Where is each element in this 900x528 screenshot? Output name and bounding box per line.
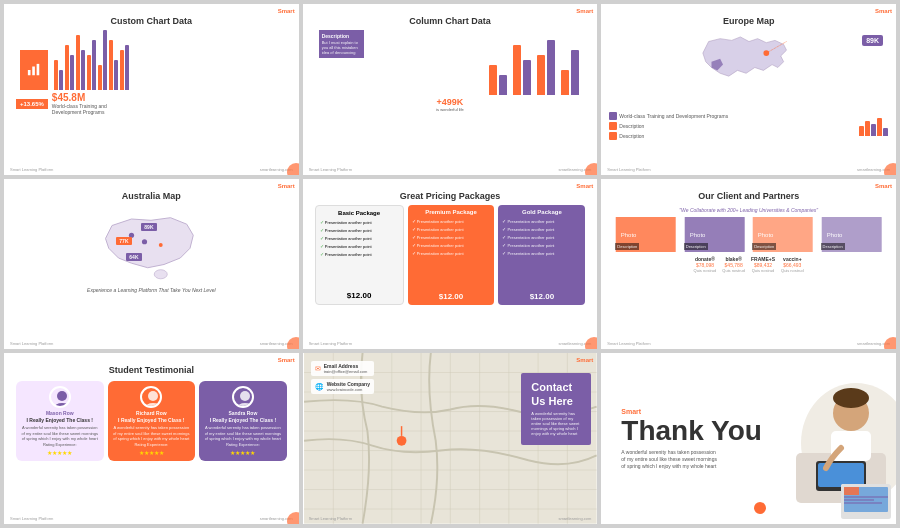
deco-circle-br (884, 163, 896, 175)
slide6-subtitle: "We Collaborate with 200+ Leading Univer… (679, 207, 818, 213)
testimonial-3: Sandra Row I Really Enjoyed The Class ! … (199, 381, 287, 461)
package-basic: Basic Package ✓ Presentation another poi… (315, 205, 404, 305)
desc-box: Description But I must explain to you al… (319, 30, 364, 58)
pkg-premium-price: $12.00 (412, 292, 491, 301)
stat1-badge: +13.65% (16, 99, 48, 109)
smart-badge-5: Smart (576, 183, 593, 189)
smart-badge-8: Smart (576, 357, 593, 363)
avatar-2 (140, 386, 162, 408)
pkg-premium-item2: ✓ Presentation another point (412, 226, 491, 232)
logos-row: donate® $78,098 Quis nostrud blake® $45,… (694, 256, 804, 273)
pkg-basic-item4: ✓ Presentation another point (320, 243, 399, 249)
svg-point-8 (159, 243, 163, 247)
slide-7-footer: Smart Learning Platform smartlearning.co… (4, 516, 299, 521)
svg-text:Photo: Photo (758, 232, 774, 238)
svg-rect-1 (32, 67, 35, 76)
logo-1: donate® $78,098 Quis nostrud (694, 256, 717, 273)
svg-point-41 (396, 436, 406, 446)
svg-text:Photo: Photo (621, 232, 637, 238)
slide-7-title: Student Testimonial (109, 365, 194, 375)
svg-point-5 (155, 269, 168, 278)
slide-1-title: Custom Chart Data (111, 16, 193, 26)
partner-2: Photo Description (682, 217, 747, 252)
footer-left: Smart Learning Platform (309, 516, 352, 521)
pkg-premium-name: Premium Package (412, 209, 491, 215)
testimonial-2-rating: Rating Experience: (134, 442, 168, 447)
device-overlay (841, 484, 891, 519)
smart-badge-2: Smart (576, 8, 593, 14)
footer-left: Smart Learning Platform (607, 341, 650, 346)
partner-2-label: Description (684, 243, 708, 250)
pkg-gold-price: $12.00 (502, 292, 581, 301)
bar-group-5 (98, 30, 107, 90)
logo-2-sub: Quis nostrud (722, 268, 745, 273)
australia-map-container: 89K 77K 64K (86, 205, 216, 285)
avatar-1 (49, 386, 71, 408)
footer-right: smartlearning.com (558, 516, 591, 521)
testimonial-1-title: I Really Enjoyed The Class ! (27, 417, 93, 423)
footer-left: Smart Learning Platform (607, 167, 650, 172)
testimonials-container: Mason Row I Really Enjoyed The Class ! A… (12, 381, 291, 461)
partner-3: Photo Description (750, 217, 815, 252)
stat2-value: $45.8M (52, 92, 132, 103)
device-svg (841, 484, 891, 519)
svg-point-21 (240, 391, 250, 401)
footer-left: Smart Learning Platform (10, 167, 53, 172)
slide-6-footer: Smart Learning Platform smartlearning.co… (601, 341, 896, 346)
website-field: 🌐 Website Company www.braincode.com (311, 379, 374, 394)
smart-badge-7: Smart (278, 357, 295, 363)
logo-2: blake® $45,788 Quis nostrud (722, 256, 745, 273)
testimonial-2-body: A wonderful serenity has taken possessio… (113, 425, 191, 441)
testimonial-1-name: Mason Row (46, 410, 74, 416)
orange-dot-deco (754, 502, 766, 514)
badge-89k: 89K (862, 35, 883, 46)
slide-7: Smart Student Testimonial Mason Row I Re… (4, 353, 299, 524)
thank-you-text: Thank You (621, 417, 762, 445)
logo-3: FRAME+S $89,432 Quis nostrud (751, 256, 775, 273)
footer-left: Smart Learning Platform (309, 167, 352, 172)
pkg-gold-item3: ✓ Presentation another point (502, 234, 581, 240)
svg-rect-51 (844, 487, 859, 495)
testimonial-2-title: I Really Enjoyed The Class ! (118, 417, 184, 423)
europe-map-svg (684, 30, 814, 105)
svg-text:Photo: Photo (689, 232, 705, 238)
contact-title: Contact Us Here (531, 381, 581, 407)
package-premium: Premium Package ✓ Presentation another p… (408, 205, 495, 305)
contact-sub: A wonderful serenity has taken possessio… (531, 411, 581, 437)
slide-8: Smart ✉ Email Address train@office@email… (303, 353, 598, 524)
svg-text:Photo: Photo (826, 232, 842, 238)
slide-6: Smart Our Client and Partners "We Collab… (601, 179, 896, 350)
col-bar-1 (489, 65, 507, 95)
svg-point-18 (54, 403, 70, 408)
svg-point-19 (148, 391, 158, 401)
testimonial-1: Mason Row I Really Enjoyed The Class ! A… (16, 381, 104, 461)
slide2-stat: +499K (437, 97, 464, 107)
slide-5-title: Great Pricing Packages (400, 191, 501, 201)
email-value: train@office@email.com (324, 369, 368, 374)
pkg-premium-item1: ✓ Presentation another point (412, 218, 491, 224)
bar-chart-icon (27, 63, 41, 77)
testimonial-2: Richard Row I Really Enjoyed The Class !… (108, 381, 196, 461)
slide-1-footer: Smart Learning Platform smartlearning.co… (4, 167, 299, 172)
pkg-premium-item5: ✓ Presentation another point (412, 250, 491, 256)
svg-point-6 (142, 239, 147, 244)
svg-rect-52 (844, 496, 888, 498)
thank-you-desc: A wonderful serenity has taken possessio… (621, 449, 721, 470)
bar-group-2 (65, 45, 74, 90)
svg-point-45 (833, 388, 869, 408)
testimonial-2-name: Richard Row (136, 410, 167, 416)
logo-4: vaccin+ $66,493 Quis nostrud (781, 256, 804, 273)
svg-rect-2 (37, 64, 40, 75)
website-icon: 🌐 (315, 383, 324, 391)
badge-89k: 89K (141, 223, 156, 231)
logo-3-sub: Quis nostrud (752, 268, 775, 273)
slide-3-title: Europe Map (723, 16, 775, 26)
desc2: Description (619, 123, 855, 129)
desc3: Description (619, 133, 855, 139)
pkg-gold-item1: ✓ Presentation another point (502, 218, 581, 224)
pkg-premium-item4: ✓ Presentation another point (412, 242, 491, 248)
slide-9: Smart Thank You A wonderful serenity has… (601, 353, 896, 524)
partner-1: Photo Description (613, 217, 678, 252)
slide-2-footer: Smart Learning Platform smartlearning.co… (303, 167, 598, 172)
slide-4-title: Australia Map (122, 191, 181, 201)
